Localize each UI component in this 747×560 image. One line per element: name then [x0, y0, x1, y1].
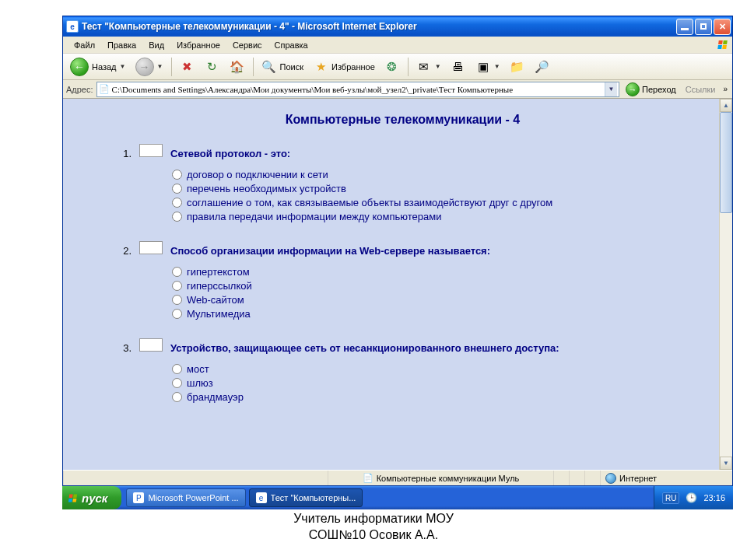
media-button[interactable]: ❂: [381, 56, 404, 78]
chevron-right-icon[interactable]: »: [721, 85, 729, 93]
scroll-down-button[interactable]: ▼: [720, 457, 732, 470]
option[interactable]: брандмауэр: [172, 391, 688, 403]
scroll-up-button[interactable]: ▲: [720, 99, 732, 112]
status-left: [63, 471, 328, 485]
address-dropdown[interactable]: ▼: [605, 82, 617, 96]
edit-button[interactable]: ▣▼: [472, 56, 504, 78]
option[interactable]: мост: [172, 363, 688, 375]
menu-file[interactable]: Файл: [68, 39, 101, 51]
favorites-button[interactable]: ★Избранное: [309, 56, 379, 78]
search-button[interactable]: 🔍Поиск: [258, 56, 307, 78]
status-document: 📄 Компьютерные коммуникации Муль: [328, 471, 553, 485]
toolbar: ← Назад ▼ → ▼ ✖ ↻ 🏠 🔍Поиск ★Избранное ❂ …: [63, 54, 732, 80]
option-radio[interactable]: [172, 170, 182, 180]
stop-icon: ✖: [180, 59, 195, 75]
print-button[interactable]: 🖶: [447, 56, 470, 78]
refresh-button[interactable]: ↻: [201, 56, 224, 78]
star-icon: ★: [313, 59, 328, 75]
page-title: Компьютерные телекоммуникации - 4: [117, 113, 688, 127]
option[interactable]: правила передачи информации между компью…: [172, 211, 688, 222]
question-number: 2.: [117, 245, 132, 257]
option-text: мост: [187, 363, 209, 375]
option-text: перечень необходимых устройств: [187, 183, 346, 194]
taskbar-button[interactable]: eТест "Компьютерны...: [249, 488, 363, 507]
address-field[interactable]: 📄 ▼: [96, 82, 619, 97]
mail-button[interactable]: ✉▼: [412, 56, 445, 78]
close-button[interactable]: ✕: [714, 19, 731, 35]
option[interactable]: Web-сайтом: [172, 294, 688, 306]
content-wrap: Компьютерные телекоммуникации - 4 1.Сете…: [63, 99, 732, 470]
option-radio[interactable]: [172, 295, 182, 305]
language-indicator[interactable]: RU: [662, 492, 679, 504]
option[interactable]: гипертекстом: [172, 266, 688, 278]
refresh-icon: ↻: [205, 59, 220, 75]
stop-button[interactable]: ✖: [176, 56, 199, 78]
ie-window: e Тест "Компьютерные телекоммуникации - …: [62, 16, 733, 486]
vertical-scrollbar[interactable]: ▲ ▼: [719, 99, 732, 470]
forward-arrow-icon: →: [135, 58, 154, 76]
option-text: правила передачи информации между компью…: [187, 211, 441, 222]
windows-flag-icon: [714, 38, 731, 52]
menu-favorites[interactable]: Избранное: [170, 39, 226, 51]
option-radio[interactable]: [172, 378, 182, 388]
forward-button[interactable]: → ▼: [132, 56, 167, 78]
maximize-button[interactable]: [695, 19, 712, 35]
start-button[interactable]: пуск: [62, 486, 121, 509]
links-label[interactable]: Ссылки: [682, 85, 719, 94]
address-input[interactable]: [112, 85, 605, 94]
window-buttons: ✕: [676, 19, 731, 35]
question: 2.Способ организации информации на Web-с…: [117, 241, 688, 320]
option-radio[interactable]: [172, 392, 182, 402]
option-radio[interactable]: [172, 309, 182, 319]
address-bar: Адрес: 📄 ▼ → Переход Ссылки »: [63, 80, 732, 99]
go-button[interactable]: → Переход: [622, 82, 679, 96]
edit-icon: ▣: [475, 59, 491, 75]
research-icon: 🔎: [535, 59, 550, 75]
back-button[interactable]: ← Назад ▼: [66, 56, 130, 78]
caption-line2: СОШ№10 Осовик А.А.: [0, 527, 747, 544]
dropdown-icon: ▼: [157, 63, 163, 70]
dropdown-icon: ▼: [120, 63, 126, 70]
address-label: Адрес:: [66, 85, 93, 94]
menu-help[interactable]: Справка: [268, 39, 314, 51]
clock[interactable]: 23:16: [703, 493, 725, 502]
scroll-track[interactable]: [720, 112, 732, 457]
scroll-thumb[interactable]: [720, 112, 732, 213]
app-icon: P: [133, 492, 144, 503]
taskbar-button-label: Тест "Компьютерны...: [271, 493, 356, 502]
option[interactable]: гиперссылкой: [172, 280, 688, 292]
page-icon: 📄: [99, 84, 110, 95]
option-radio[interactable]: [172, 364, 182, 374]
status-zone: Интернет: [600, 471, 732, 485]
minimize-button[interactable]: [676, 19, 693, 35]
answer-box[interactable]: [139, 144, 163, 157]
option-radio[interactable]: [172, 212, 182, 222]
option-radio[interactable]: [172, 267, 182, 277]
search-icon: 🔍: [261, 59, 277, 75]
tray-icon[interactable]: 🕒: [686, 492, 697, 503]
menubar: Файл Правка Вид Избранное Сервис Справка: [63, 37, 732, 54]
home-button[interactable]: 🏠: [226, 56, 249, 78]
option-radio[interactable]: [172, 281, 182, 291]
menu-tools[interactable]: Сервис: [226, 39, 268, 51]
option-text: Мультимедиа: [187, 308, 251, 320]
folder-button[interactable]: 📁: [506, 56, 529, 78]
answer-box[interactable]: [139, 338, 163, 352]
option-radio[interactable]: [172, 198, 182, 208]
menu-edit[interactable]: Правка: [101, 39, 142, 51]
option[interactable]: Мультимедиа: [172, 308, 688, 320]
question-number: 1.: [117, 148, 132, 159]
option[interactable]: соглашение о том, как связываемые объект…: [172, 197, 688, 208]
option[interactable]: договор о подключении к сети: [172, 169, 688, 180]
research-button[interactable]: 🔎: [531, 56, 554, 78]
menu-view[interactable]: Вид: [142, 39, 170, 51]
folder-icon: 📁: [510, 59, 525, 75]
taskbar-button[interactable]: PMicrosoft PowerPoint ...: [126, 488, 245, 507]
option[interactable]: шлюз: [172, 377, 688, 389]
option[interactable]: перечень необходимых устройств: [172, 183, 688, 194]
go-arrow-icon: →: [626, 82, 640, 96]
question-text: Сетевой протокол - это:: [170, 148, 290, 159]
option-text: гипертекстом: [187, 266, 250, 278]
option-radio[interactable]: [172, 184, 182, 194]
answer-box[interactable]: [139, 241, 163, 254]
